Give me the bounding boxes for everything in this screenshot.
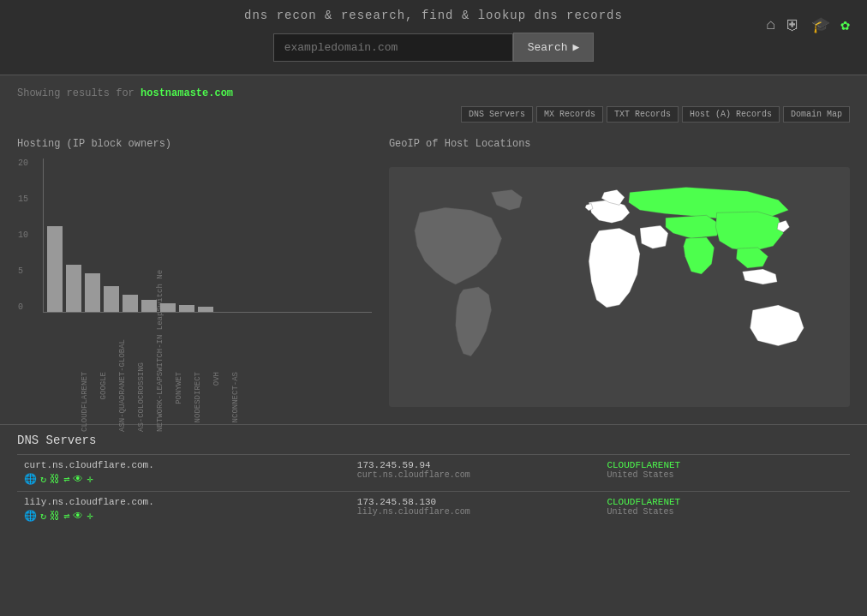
bar-col-7: OVH	[179, 305, 194, 312]
bar-chart-section: Hosting (IP block owners) 20 15 10 5 0 C…	[17, 138, 372, 407]
bar-col-5: PONYWET	[141, 300, 157, 312]
search-input[interactable]	[273, 33, 513, 62]
dns-section: DNS Servers curt.ns.cloudflare.com. 🌐 ↻ …	[0, 424, 867, 536]
refresh-icon-1[interactable]: ↻	[40, 510, 46, 523]
settings-icon[interactable]: ✿	[840, 15, 850, 34]
dns-section-title: DNS Servers	[17, 434, 850, 447]
charts-row: Hosting (IP block owners) 20 15 10 5 0 C…	[0, 129, 867, 424]
showing-bar: Showing results for hostnamaste.com	[0, 75, 867, 106]
bar-label-0: CLOUDFLARENET	[81, 372, 89, 432]
bar-7	[179, 305, 194, 312]
filter-tabs: DNS Servers MX Records TXT Records Host …	[0, 106, 867, 129]
bar-col-0: CLOUDFLARENET	[47, 226, 63, 312]
globe-icon-0[interactable]: 🌐	[24, 473, 37, 486]
bar-0	[47, 226, 63, 312]
dns-ip-0: 173.245.59.94	[357, 460, 431, 470]
bar-label-7: OVH	[212, 372, 221, 432]
table-row: lily.ns.cloudflare.com. 🌐 ↻ ⛓ ⇌ 👁 ✛ 173.…	[17, 492, 850, 529]
y-axis-labels: 20 15 10 5 0	[18, 158, 28, 312]
table-row: curt.ns.cloudflare.com. 🌐 ↻ ⛓ ⇌ 👁 ✛ 173.…	[17, 455, 850, 492]
refresh-icon-0[interactable]: ↻	[40, 473, 46, 486]
tab-txt-records[interactable]: TXT Records	[607, 106, 679, 123]
bar-label-4: NETWORK-LEAPSWITCH-IN LeapSwitch Ne	[156, 372, 164, 432]
bar-label-1: GOOGLE	[99, 372, 108, 432]
world-map	[389, 167, 850, 407]
eye-icon-1[interactable]: 👁	[73, 510, 83, 523]
nav-icons: ⌂ ⛨ 🎓 ✿	[766, 15, 850, 34]
bar-4	[123, 295, 138, 312]
bar-1	[66, 265, 81, 312]
bar-col-8: NCONNECT-AS	[198, 307, 213, 312]
bar-col-6: NODESDIRECT	[160, 303, 176, 312]
dns-ip-detail-1: lily.ns.cloudflare.com	[357, 507, 594, 517]
search-arrow-icon: ▶	[572, 40, 579, 54]
search-button[interactable]: Search ▶	[513, 33, 595, 62]
dns-row-icons-1: 🌐 ↻ ⛓ ⇌ 👁 ✛	[24, 510, 344, 523]
dns-hostname-cell-0: curt.ns.cloudflare.com. 🌐 ↻ ⛓ ⇌ 👁 ✛	[17, 455, 350, 492]
showing-domain: hostnamaste.com	[141, 87, 233, 99]
bar-col-2: ASN-QUADRANET-GLOBAL	[85, 273, 100, 312]
plus-icon-1[interactable]: ✛	[87, 510, 93, 523]
bar-2	[85, 273, 100, 312]
page-title: dns recon & research, find & lookup dns …	[0, 9, 867, 22]
dns-provider-1: CLOUDFLARENET	[607, 497, 843, 507]
dns-provider-0: CLOUDFLARENET	[607, 460, 843, 470]
bar-label-5: PONYWET	[175, 372, 183, 432]
dns-hostname-0: curt.ns.cloudflare.com.	[24, 460, 344, 470]
globe-icon-1[interactable]: 🌐	[24, 510, 37, 523]
link-icon-1[interactable]: ⛓	[50, 510, 60, 523]
bar-8	[198, 307, 213, 312]
tab-domain-map[interactable]: Domain Map	[783, 106, 850, 123]
bar-col-1: GOOGLE	[66, 265, 81, 312]
bar-6	[160, 303, 176, 312]
dns-country-1: United States	[607, 507, 843, 517]
bar-5	[141, 300, 157, 312]
share-icon-1[interactable]: ⇌	[63, 510, 69, 523]
bar-label-6: NODESDIRECT	[194, 372, 202, 432]
dns-hostname-1: lily.ns.cloudflare.com.	[24, 497, 344, 507]
tab-host-records[interactable]: Host (A) Records	[682, 106, 780, 123]
bar-col-3: AS-COLOCROSSING	[104, 286, 119, 312]
bar-label-8: NCONNECT-AS	[231, 372, 240, 432]
map-title: GeoIP of Host Locations	[389, 138, 850, 150]
dns-country-0: United States	[607, 470, 843, 480]
bar-chart-title: Hosting (IP block owners)	[17, 138, 372, 150]
bar-chart: 20 15 10 5 0 CLOUDFLARENET GOOGLE	[43, 158, 372, 313]
map-section: GeoIP of Host Locations	[389, 138, 850, 407]
bar-label-3: AS-COLOCROSSING	[137, 372, 146, 432]
tab-dns-servers[interactable]: DNS Servers	[461, 106, 533, 123]
search-row: Search ▶	[0, 33, 867, 62]
dns-ip-1: 173.245.58.130	[357, 497, 436, 507]
bar-col-4: NETWORK-LEAPSWITCH-IN LeapSwitch Ne	[123, 295, 138, 312]
shield-icon[interactable]: ⛨	[786, 16, 801, 34]
share-icon-0[interactable]: ⇌	[63, 473, 69, 486]
tab-mx-records[interactable]: MX Records	[536, 106, 603, 123]
showing-prefix: Showing results for	[17, 87, 135, 99]
dns-row-icons-0: 🌐 ↻ ⛓ ⇌ 👁 ✛	[24, 473, 344, 486]
search-button-label: Search	[528, 41, 568, 54]
link-icon-0[interactable]: ⛓	[50, 473, 60, 486]
home-icon[interactable]: ⌂	[766, 16, 775, 33]
eye-icon-0[interactable]: 👁	[73, 473, 83, 486]
dns-provider-cell-1: CLOUDFLARENET United States	[600, 492, 850, 529]
dns-ip-cell-1: 173.245.58.130 lily.ns.cloudflare.com	[350, 492, 601, 529]
graduation-icon[interactable]: 🎓	[811, 15, 830, 34]
dns-hostname-cell-1: lily.ns.cloudflare.com. 🌐 ↻ ⛓ ⇌ 👁 ✛	[17, 492, 350, 529]
dns-ip-detail-0: curt.ns.cloudflare.com	[357, 470, 594, 480]
bar-label-2: ASN-QUADRANET-GLOBAL	[118, 372, 127, 432]
header: dns recon & research, find & lookup dns …	[0, 0, 867, 75]
dns-provider-cell-0: CLOUDFLARENET United States	[600, 455, 850, 492]
dns-table: curt.ns.cloudflare.com. 🌐 ↻ ⛓ ⇌ 👁 ✛ 173.…	[17, 454, 850, 528]
bars-container: CLOUDFLARENET GOOGLE ASN-QUADRANET-GLOBA…	[44, 158, 372, 312]
bar-3	[104, 286, 119, 312]
dns-ip-cell-0: 173.245.59.94 curt.ns.cloudflare.com	[350, 455, 601, 492]
plus-icon-0[interactable]: ✛	[87, 473, 93, 486]
